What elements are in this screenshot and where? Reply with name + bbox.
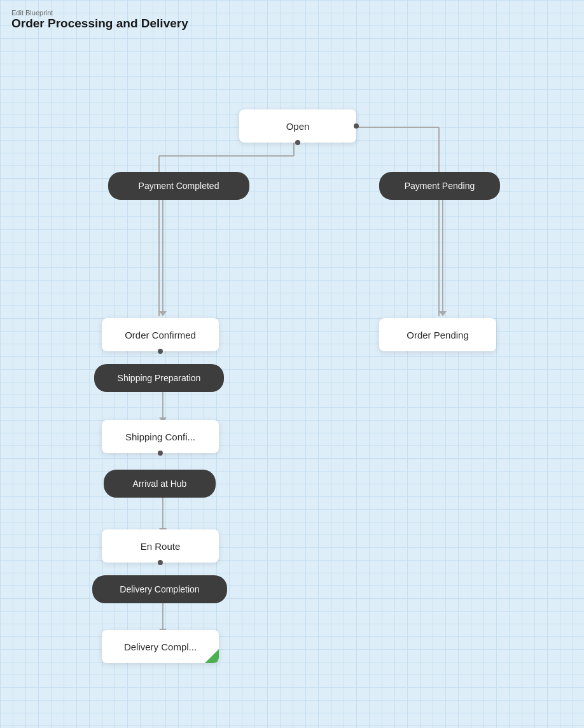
node-order-confirmed-label: Order Confirmed [125, 330, 196, 340]
header-subtitle: Edit Blueprint [11, 9, 188, 17]
node-delivery-complete-label: Delivery Compl... [124, 641, 197, 652]
node-open[interactable]: Open [239, 109, 356, 143]
node-shipping-confirmed[interactable]: Shipping Confi... [102, 420, 219, 453]
arrow-payment-to-order [159, 200, 167, 316]
node-payment-completed-label: Payment Completed [139, 181, 219, 191]
node-arrival-at-hub[interactable]: Arrival at Hub [104, 470, 216, 498]
node-delivery-complete[interactable]: Delivery Compl... [102, 630, 219, 663]
node-arrival-at-hub-label: Arrival at Hub [133, 479, 187, 489]
node-order-pending[interactable]: Order Pending [379, 318, 496, 351]
green-corner-accent [205, 649, 219, 663]
node-shipping-preparation[interactable]: Shipping Preparation [94, 364, 224, 392]
arrow-delivery-completion-to-complete [159, 603, 167, 634]
node-delivery-completion[interactable]: Delivery Completion [92, 575, 227, 603]
node-order-confirmed[interactable]: Order Confirmed [102, 318, 219, 351]
arrow-arrival-to-enroute [159, 498, 167, 533]
node-payment-pending-label: Payment Pending [405, 181, 475, 191]
blueprint-canvas: Edit Blueprint Order Processing and Deli… [0, 0, 584, 728]
node-open-label: Open [286, 121, 310, 132]
node-payment-pending[interactable]: Payment Pending [379, 172, 500, 200]
node-delivery-completion-label: Delivery Completion [120, 584, 199, 594]
header: Edit Blueprint Order Processing and Deli… [11, 9, 188, 31]
node-en-route-label: En Route [141, 541, 181, 552]
node-payment-completed[interactable]: Payment Completed [108, 172, 249, 200]
node-en-route[interactable]: En Route [102, 529, 219, 563]
node-shipping-preparation-label: Shipping Preparation [118, 373, 201, 383]
node-shipping-confirmed-label: Shipping Confi... [125, 431, 195, 442]
arrow-pending-to-order-pending [439, 200, 447, 316]
arrow-shipping-prep-to-confirmed [159, 392, 167, 423]
header-title: Order Processing and Delivery [11, 17, 188, 31]
node-order-pending-label: Order Pending [407, 330, 469, 340]
